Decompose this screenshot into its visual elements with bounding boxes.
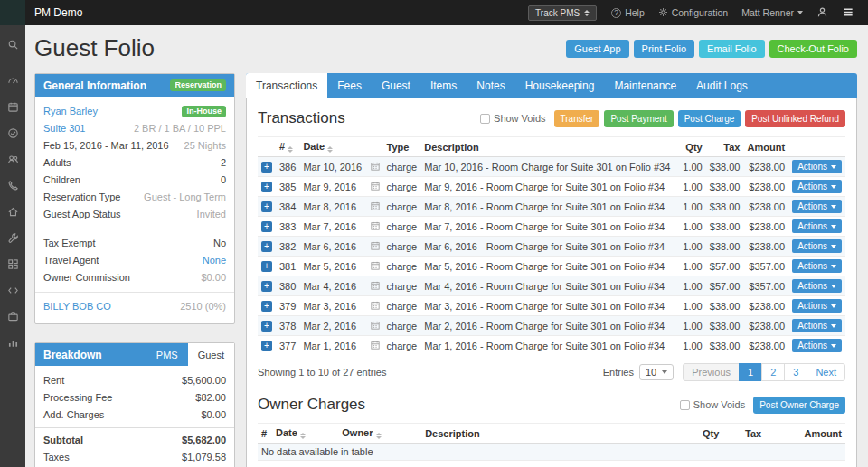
owner-show-voids-checkbox[interactable]: [680, 400, 690, 410]
row-actions-button[interactable]: Actions: [792, 279, 842, 293]
transaction-qty: 1.00: [679, 296, 705, 316]
wrench-icon[interactable]: [0, 225, 25, 251]
help-link[interactable]: ? Help: [611, 7, 645, 18]
expand-row-button[interactable]: +: [261, 301, 272, 312]
tab-fees[interactable]: Fees: [327, 73, 372, 98]
users-icon[interactable]: [0, 146, 25, 173]
guest-name-link[interactable]: Ryan Barley: [43, 103, 98, 120]
track-pms-button[interactable]: Track PMS: [528, 5, 597, 21]
info-value: 0: [221, 172, 226, 189]
tab-guest[interactable]: Guest: [372, 73, 420, 98]
search-icon[interactable]: [0, 32, 25, 58]
actions-label: Actions: [797, 261, 827, 271]
row-actions-button[interactable]: Actions: [792, 200, 842, 213]
calendar-icon[interactable]: [0, 94, 25, 120]
configuration-link[interactable]: Configuration: [658, 7, 728, 19]
column-label: Date: [276, 427, 297, 438]
expand-row-button[interactable]: +: [261, 281, 272, 292]
phone-icon[interactable]: [0, 173, 25, 199]
pagination-page-2[interactable]: 2: [761, 363, 785, 381]
info-label: Tax Exempt: [43, 235, 95, 252]
column-header-number[interactable]: #: [276, 137, 299, 157]
guest-app-button[interactable]: Guest App: [566, 40, 628, 58]
expand-row-button[interactable]: +: [261, 182, 272, 192]
column-header-description[interactable]: Description: [421, 424, 680, 444]
tab-housekeeping[interactable]: Housekeeping: [515, 73, 605, 98]
row-actions-button[interactable]: Actions: [792, 160, 842, 173]
transaction-description: Mar 5, 2016 - Room Charge for Suite 301 …: [420, 257, 679, 276]
pagination-page-1[interactable]: 1: [739, 363, 762, 381]
column-header-qty[interactable]: Qty: [679, 137, 705, 157]
tab-notes[interactable]: Notes: [467, 73, 514, 98]
tab-maintenance[interactable]: Maintenance: [604, 73, 686, 98]
transaction-description: Mar 9, 2016 - Room Charge for Suite 301 …: [420, 177, 679, 197]
breakdown-tab-guest[interactable]: Guest: [188, 343, 234, 366]
row-actions-button[interactable]: Actions: [792, 259, 842, 273]
row-actions-button[interactable]: Actions: [792, 219, 842, 233]
home-icon[interactable]: [0, 199, 25, 225]
entries-select[interactable]: 10: [639, 364, 674, 380]
expand-row-button[interactable]: +: [261, 261, 272, 272]
showing-entries-text: Showing 1 to 10 of 27 entries: [258, 367, 386, 378]
expand-row-button[interactable]: +: [261, 162, 272, 173]
app-logo[interactable]: [0, 0, 25, 25]
chart-icon[interactable]: [0, 330, 25, 356]
column-header-date[interactable]: Date: [299, 137, 382, 157]
row-actions-button[interactable]: Actions: [792, 319, 842, 332]
transaction-number: 377: [276, 336, 299, 356]
column-header-amount[interactable]: Amount: [743, 137, 788, 157]
tab-items[interactable]: Items: [420, 73, 467, 98]
column-header-number[interactable]: #: [258, 424, 272, 444]
tab-audit-logs[interactable]: Audit Logs: [686, 73, 758, 98]
column-header-tax[interactable]: Tax: [706, 137, 744, 157]
post-unlinked-refund-button[interactable]: Post Unlinked Refund: [745, 110, 845, 127]
expand-row-button[interactable]: +: [261, 241, 272, 252]
checkmark-icon[interactable]: [0, 120, 25, 146]
transaction-date: Mar 6, 2016: [303, 241, 356, 252]
profile-button[interactable]: [816, 6, 828, 20]
pagination-page-3[interactable]: 3: [784, 363, 807, 381]
column-header-amount[interactable]: Amount: [765, 424, 845, 444]
expand-row-button[interactable]: +: [261, 221, 272, 232]
row-actions-button[interactable]: Actions: [792, 239, 842, 253]
grid-icon[interactable]: [0, 251, 25, 277]
post-charge-button[interactable]: Post Charge: [678, 110, 741, 127]
user-menu[interactable]: Matt Renner: [741, 7, 803, 18]
column-header-description[interactable]: Description: [420, 137, 679, 157]
print-folio-button[interactable]: Print Folio: [634, 40, 695, 58]
column-header-type[interactable]: Type: [383, 137, 421, 157]
app-brand[interactable]: PM Demo: [34, 6, 82, 19]
pagination-next[interactable]: Next: [807, 363, 845, 381]
company-link[interactable]: BILLY BOB CO: [43, 298, 111, 315]
column-header-tax[interactable]: Tax: [722, 424, 765, 444]
dashboard-icon[interactable]: [0, 68, 25, 94]
transfer-button[interactable]: Transfer: [554, 110, 600, 127]
column-header-qty[interactable]: Qty: [680, 424, 722, 444]
menu-button[interactable]: [842, 6, 854, 20]
column-label: Amount: [748, 142, 786, 153]
briefcase-icon[interactable]: [0, 304, 25, 330]
expand-row-button[interactable]: +: [261, 201, 272, 212]
expand-row-button[interactable]: +: [261, 321, 272, 332]
row-actions-button[interactable]: Actions: [792, 299, 842, 313]
tab-transactions[interactable]: Transactions: [246, 73, 327, 98]
info-value: No: [213, 235, 226, 252]
email-folio-button[interactable]: Email Folio: [699, 40, 764, 58]
row-actions-button[interactable]: Actions: [792, 180, 842, 193]
pagination-previous[interactable]: Previous: [683, 363, 740, 381]
check-out-folio-button[interactable]: Check-Out Folio: [769, 40, 857, 58]
breakdown-tab-pms[interactable]: PMS: [146, 343, 188, 366]
code-icon[interactable]: [0, 277, 25, 304]
taxes-row: Taxes $1,079.58: [43, 449, 226, 466]
info-label: Guest App Status: [43, 206, 121, 223]
show-voids-checkbox[interactable]: [480, 114, 490, 124]
unit-link[interactable]: Suite 301: [43, 120, 85, 137]
row-actions-button[interactable]: Actions: [792, 339, 842, 352]
caret-down-icon: [831, 304, 836, 308]
column-header-date[interactable]: Date: [272, 424, 338, 444]
post-owner-charge-button[interactable]: Post Owner Charge: [753, 397, 845, 414]
post-payment-button[interactable]: Post Payment: [604, 110, 673, 127]
transaction-amount: $238.00: [743, 316, 788, 336]
column-header-owner[interactable]: Owner: [338, 424, 421, 444]
expand-row-button[interactable]: +: [261, 341, 272, 351]
